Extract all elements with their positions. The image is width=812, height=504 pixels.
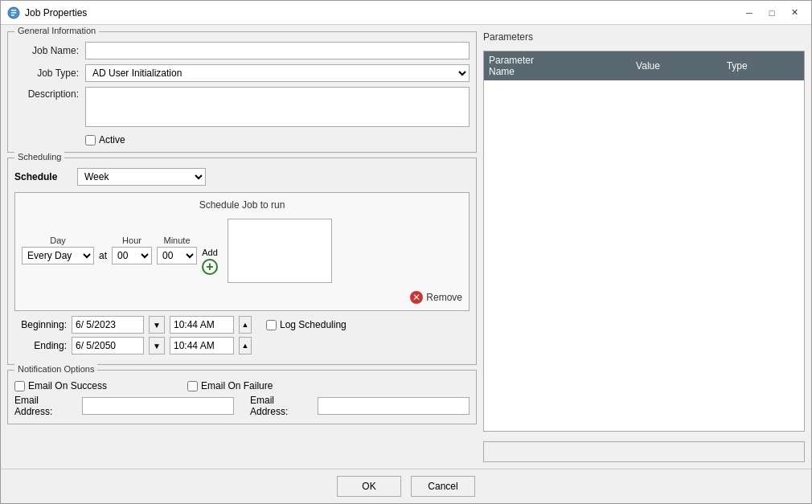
col-param-name: ParameterName	[484, 51, 631, 80]
general-section: General Information Job Name: Job Type: …	[7, 31, 477, 153]
email-address-label-1: Email Address:	[14, 395, 79, 417]
schedule-type-select[interactable]: Week Day Month	[77, 168, 206, 186]
minute-col: Minute 00051015 20253035 40455055	[157, 236, 197, 264]
svg-rect-2	[11, 12, 16, 14]
svg-rect-1	[11, 10, 16, 11]
job-name-row: Job Name:	[14, 42, 470, 59]
day-select[interactable]: Every Day Monday Tuesday Wednesday Thurs…	[22, 247, 94, 264]
schedule-type-row: Schedule Week Day Month	[14, 168, 470, 186]
ending-date-input[interactable]	[72, 337, 144, 354]
beginning-row: Beginning: ▼ ▲ Log Scheduling	[14, 316, 470, 334]
schedule-inner-title: Schedule Job to run	[22, 199, 462, 211]
svg-rect-3	[11, 14, 14, 16]
email-success-checkbox[interactable]	[14, 381, 25, 391]
schedule-type-label: Schedule	[14, 171, 71, 182]
params-input-bar[interactable]	[483, 441, 805, 462]
beginning-label: Beginning:	[14, 319, 67, 330]
job-properties-window: Job Properties ─ □ ✕ General Information…	[0, 0, 812, 504]
ending-row: Ending: ▼ ▲	[14, 337, 470, 354]
job-type-select[interactable]: AD User Initialization Other	[85, 64, 470, 82]
add-icon: +	[202, 259, 218, 275]
hour-col: Hour 00010203 04050607 08091011 12131415…	[112, 236, 152, 264]
beginning-time-input[interactable]	[170, 316, 234, 334]
ending-time-input[interactable]	[170, 337, 234, 354]
add-label: Add	[202, 248, 218, 257]
beginning-date-picker[interactable]: ▼	[149, 316, 165, 334]
left-panel: General Information Job Name: Job Type: …	[7, 31, 477, 462]
bottom-bar: OK Cancel	[1, 469, 811, 503]
minimize-button[interactable]: ─	[739, 5, 760, 21]
description-row: Description:	[14, 87, 470, 129]
scheduling-section-label: Scheduling	[14, 152, 64, 162]
notification-section-label: Notification Options	[14, 364, 97, 374]
log-scheduling-checkbox[interactable]	[266, 320, 277, 330]
main-content: General Information Job Name: Job Type: …	[1, 25, 811, 469]
email-success-text: Email On Success	[28, 380, 107, 391]
email-address-col-2: Email Address:	[250, 395, 470, 417]
notif-email-row: Email Address: Email Address:	[14, 395, 470, 417]
active-checkbox-label[interactable]: Active	[85, 134, 125, 145]
remove-button[interactable]: ✕ Remove	[410, 291, 462, 304]
remove-label: Remove	[426, 292, 462, 303]
at-label: at	[99, 250, 107, 261]
scheduling-section: Scheduling Schedule Week Day Month Sched…	[7, 158, 477, 365]
add-button[interactable]: Add +	[202, 248, 218, 275]
parameters-label: Parameters	[483, 31, 805, 43]
description-area	[85, 87, 470, 129]
log-scheduling-label[interactable]: Log Scheduling	[266, 319, 347, 330]
right-panel: Parameters ParameterName Value Type	[483, 31, 805, 462]
minute-label: Minute	[164, 236, 191, 245]
log-scheduling-text: Log Scheduling	[280, 319, 347, 330]
description-textarea[interactable]	[85, 87, 470, 127]
ok-button[interactable]: OK	[337, 476, 401, 497]
parameters-table: ParameterName Value Type	[484, 51, 804, 80]
email-failure-label[interactable]: Email On Failure	[187, 380, 273, 391]
add-section: Add +	[202, 236, 218, 275]
description-label: Description:	[14, 88, 79, 100]
email-success-label[interactable]: Email On Success	[14, 380, 107, 391]
col-type: Type	[722, 51, 804, 80]
window-icon	[7, 6, 20, 19]
cancel-button[interactable]: Cancel	[411, 476, 475, 497]
window-controls: ─ □ ✕	[739, 5, 805, 21]
ending-date-picker[interactable]: ▼	[149, 337, 165, 354]
active-checkbox[interactable]	[85, 135, 96, 145]
schedule-inner-row: Day Every Day Monday Tuesday Wednesday T…	[22, 217, 462, 283]
job-name-input[interactable]	[85, 42, 470, 59]
maximize-button[interactable]: □	[761, 5, 782, 21]
minute-select[interactable]: 00051015 20253035 40455055	[157, 247, 197, 264]
schedule-list-box[interactable]	[228, 219, 332, 283]
schedule-inner-box: Schedule Job to run Day Every Day Monday…	[14, 192, 470, 311]
col-value: Value	[631, 51, 722, 80]
email-failure-text: Email On Failure	[201, 380, 273, 391]
log-scheduling-row: Log Scheduling	[266, 319, 347, 330]
window-title: Job Properties	[25, 7, 739, 18]
email-address-input-2[interactable]	[318, 397, 470, 415]
email-failure-checkbox[interactable]	[187, 381, 198, 391]
remove-row: ✕ Remove	[22, 286, 462, 304]
title-bar: Job Properties ─ □ ✕	[1, 1, 811, 25]
ending-time-up[interactable]: ▲	[239, 337, 252, 354]
notification-section: Notification Options Email On Success Em…	[7, 370, 477, 424]
job-name-label: Job Name:	[14, 45, 79, 56]
ending-label: Ending:	[14, 340, 67, 351]
active-label: Active	[99, 134, 125, 145]
close-button[interactable]: ✕	[784, 5, 805, 21]
hour-label: Hour	[122, 236, 141, 245]
table-header-row: ParameterName Value Type	[484, 51, 804, 80]
job-type-label: Job Type:	[14, 68, 79, 79]
hour-select[interactable]: 00010203 04050607 08091011 12131415 1617…	[112, 247, 152, 264]
email-address-col-1: Email Address:	[14, 395, 234, 417]
email-address-label-2: Email Address:	[250, 395, 314, 417]
day-label: Day	[50, 236, 66, 245]
remove-icon: ✕	[410, 291, 423, 304]
general-section-label: General Information	[14, 26, 99, 35]
day-col: Day Every Day Monday Tuesday Wednesday T…	[22, 236, 94, 264]
email-address-input-1[interactable]	[82, 397, 234, 415]
beginning-date-input[interactable]	[72, 316, 144, 334]
notif-checkbox-row: Email On Success Email On Failure	[14, 380, 470, 391]
parameters-table-container: ParameterName Value Type	[483, 51, 805, 432]
beginning-time-up[interactable]: ▲	[239, 316, 252, 334]
active-row: Active	[85, 134, 470, 145]
job-type-row: Job Type: AD User Initialization Other	[14, 64, 470, 82]
